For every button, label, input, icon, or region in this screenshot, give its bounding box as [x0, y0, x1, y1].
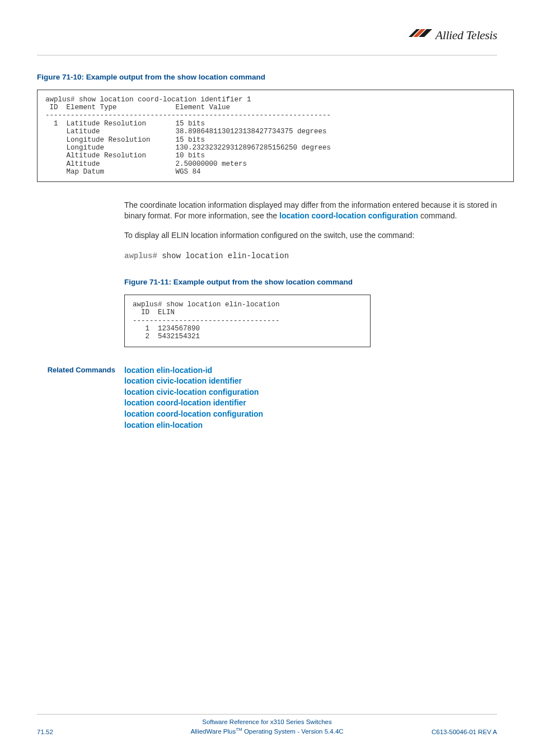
paragraph-coord-note: The coordinate location information disp… [124, 200, 497, 221]
footer-line1: Software Reference for x310 Series Switc… [37, 718, 497, 727]
footer-doc-rev: C613-50046-01 REV A [432, 728, 497, 737]
link-location-coord-location-identifier[interactable]: location coord-location identifier [124, 398, 263, 409]
link-location-elin-location-id[interactable]: location elin-location-id [124, 365, 263, 376]
figure-71-10-caption: Figure 71-10: Example output from the sh… [37, 72, 497, 82]
footer-page-number: 71.52 [37, 728, 53, 737]
page-header: Allied Telesis [37, 22, 497, 55]
page-footer: Software Reference for x310 Series Switc… [37, 714, 497, 737]
link-location-elin-location[interactable]: location elin-location [124, 420, 263, 431]
cli-command-text: show location elin-location [157, 251, 289, 260]
related-commands-list: location elin-location-id location civic… [124, 365, 263, 431]
allied-telesis-icon [409, 29, 432, 41]
document-page: Allied Telesis Figure 71-10: Example out… [0, 0, 534, 756]
cli-prompt: awplus# [124, 251, 157, 260]
para1-post: command. [418, 211, 457, 220]
figure-71-10-output: awplus# show location coord-location ide… [37, 90, 514, 183]
footer-rule [37, 714, 497, 715]
related-commands-section: Related Commands location elin-location-… [37, 365, 497, 431]
figure-71-11-output: awplus# show location elin-location ID E… [124, 295, 371, 347]
link-location-civic-location-configuration[interactable]: location civic-location configuration [124, 387, 263, 398]
figure-71-11-caption: Figure 71-11: Example output from the sh… [124, 277, 497, 287]
cli-command-elin: awplus# show location elin-location [124, 251, 497, 262]
link-coord-location-configuration-inline[interactable]: location coord-location configuration [279, 211, 418, 220]
related-commands-label: Related Commands [37, 365, 124, 431]
brand-name: Allied Telesis [435, 27, 497, 44]
link-location-civic-location-identifier[interactable]: location civic-location identifier [124, 376, 263, 387]
brand-logo: Allied Telesis [409, 27, 497, 44]
paragraph-elin-intro: To display all ELIN location information… [124, 230, 497, 241]
link-location-coord-location-configuration[interactable]: location coord-location configuration [124, 409, 263, 420]
